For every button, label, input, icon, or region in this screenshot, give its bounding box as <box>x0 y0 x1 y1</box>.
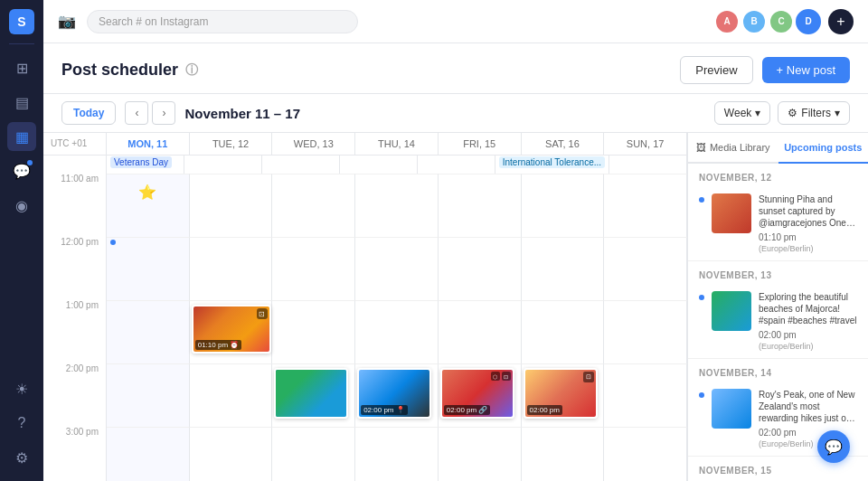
cell-fri-1400[interactable]: 02:00 pm 🔗 ⬡ ⊡ <box>439 363 522 427</box>
upcoming-posts-tab[interactable]: Upcoming posts <box>778 133 869 164</box>
next-week-button[interactable]: › <box>152 101 175 125</box>
search-input[interactable]: Search # on Instagram <box>87 10 358 33</box>
app-logo[interactable]: S <box>9 9 34 34</box>
cell-mon-1200[interactable] <box>107 237 190 300</box>
nav-arrows: ‹ › <box>125 101 175 125</box>
chat-support-button[interactable]: 💬 <box>817 430 850 463</box>
cell-wed-1100[interactable] <box>272 174 355 237</box>
post-dot <box>699 197 704 203</box>
month-header-nov14: NOVEMBER, 14 <box>688 359 868 382</box>
post-desc-2: Exploring the beautiful beaches of Major… <box>759 291 857 326</box>
post-thumbnail-1[interactable] <box>712 193 751 233</box>
cell-mon-1400[interactable] <box>107 363 190 427</box>
post-thumb-person[interactable]: 02:00 pm ⊡ <box>524 368 598 419</box>
more-icon-sat[interactable]: ⊡ <box>583 372 594 382</box>
intl-tolerance-banner[interactable]: International Tolerance... <box>495 156 609 174</box>
avatar-1[interactable]: A <box>714 9 740 34</box>
post-time-fri: 02:00 pm 🔗 <box>444 405 491 415</box>
filters-button[interactable]: ⚙ Filters ▾ <box>778 101 850 125</box>
cell-mon-1100[interactable]: ⭐ <box>107 174 190 237</box>
cell-fri-1100[interactable] <box>439 174 522 237</box>
post-thumb-beach[interactable]: 02:00 pm 📍 <box>274 368 348 419</box>
cell-sat-1400[interactable]: 02:00 pm ⊡ <box>522 363 605 427</box>
share-icon[interactable]: ⬡ <box>491 372 500 381</box>
avatar-2[interactable]: B <box>741 9 767 34</box>
time-1300: 1:00 pm <box>43 300 107 363</box>
post-thumbnail-2[interactable] <box>712 291 751 331</box>
cell-sat-1300[interactable] <box>522 300 605 363</box>
cell-thu-1500[interactable] <box>355 427 439 481</box>
calendar-icon[interactable]: ▦ <box>7 122 36 151</box>
post-thumb-mountain[interactable]: 02:00 pm 📍 <box>357 368 431 419</box>
topbar-right: A B C D + <box>714 9 854 34</box>
prev-week-button[interactable]: ‹ <box>125 101 148 125</box>
cell-sun-1200[interactable] <box>604 237 687 300</box>
media-library-tab[interactable]: 🖼 Media Library <box>688 133 778 162</box>
settings-icon[interactable]: ⚙ <box>7 443 36 472</box>
cell-thu-1200[interactable] <box>355 237 439 300</box>
post-thumb-sunset[interactable]: 01:10 pm ⏰ ⊡ <box>192 305 271 354</box>
post-thumb-sunset2[interactable]: 02:00 pm 🔗 ⬡ ⊡ <box>440 368 514 419</box>
platform-selector[interactable]: 📷 <box>58 13 76 30</box>
cell-fri-1300[interactable] <box>439 300 522 363</box>
cell-mon-1500[interactable] <box>107 427 190 481</box>
star-indicator: ⭐ <box>138 184 156 201</box>
grid-icon[interactable]: ⊞ <box>7 53 36 82</box>
avatar-4[interactable]: D <box>796 9 821 34</box>
day-header-thu: THU, 14 <box>355 133 439 155</box>
cell-sun-1500[interactable] <box>604 427 687 481</box>
new-post-button[interactable]: + New post <box>762 57 850 83</box>
cell-tue-1400[interactable] <box>190 363 273 427</box>
post-time-2: 02:00 pm <box>759 330 857 340</box>
cell-wed-1500[interactable] <box>272 427 355 481</box>
chat-icon[interactable]: 💬 <box>7 156 36 185</box>
week-select[interactable]: Week ▾ <box>714 101 770 125</box>
time-1500: 3:00 pm <box>43 427 107 481</box>
post-time-1: 01:10 pm <box>759 232 857 242</box>
broadcast-icon[interactable]: ◉ <box>7 191 36 220</box>
right-panel: 🖼 Media Library Upcoming posts NOVEMBER,… <box>687 133 868 481</box>
cell-sun-1300[interactable] <box>604 300 687 363</box>
cell-tue-1300[interactable]: 01:10 pm ⏰ ⊡ <box>190 300 273 363</box>
cell-fri-1200[interactable] <box>439 237 522 300</box>
cell-wed-1400[interactable]: 02:00 pm 📍 <box>272 363 355 427</box>
chevron-down-icon: ▾ <box>835 107 840 119</box>
info-icon[interactable]: ⓘ <box>185 62 198 79</box>
cell-thu-1300[interactable] <box>355 300 439 363</box>
post-dot <box>699 295 704 300</box>
cell-thu-1400[interactable]: 02:00 pm 📍 <box>355 363 439 427</box>
avatar-3[interactable]: C <box>769 9 794 34</box>
cell-fri-1500[interactable] <box>439 427 522 481</box>
post-info-2: Exploring the beautiful beaches of Major… <box>759 291 857 351</box>
help-icon[interactable]: ? <box>7 409 36 438</box>
veterans-day-banner[interactable]: Veterans Day <box>107 156 184 174</box>
add-button[interactable]: + <box>828 9 854 34</box>
cell-tue-1500[interactable] <box>190 427 273 481</box>
day-headers: UTC +01 MON, 11 TUE, 12 WED, 13 THU, 14 … <box>43 133 687 156</box>
cell-mon-1300[interactable] <box>107 300 190 363</box>
day-header-mon: MON, 11 <box>107 133 190 155</box>
more-icon[interactable]: ⊡ <box>502 372 511 381</box>
event-banners: Veterans Day International Tolerance... <box>43 156 687 174</box>
cell-tue-1100[interactable] <box>190 174 273 237</box>
cell-sun-1100[interactable] <box>604 174 687 237</box>
post-thumbnail-3[interactable] <box>712 389 751 429</box>
post-options[interactable]: ⊡ <box>257 308 268 319</box>
post-info-1: Stunning Piha and sunset captured by @ia… <box>759 193 857 253</box>
cell-wed-1300[interactable] <box>272 300 355 363</box>
sun-icon[interactable]: ☀ <box>7 374 36 403</box>
page-header: Post scheduler ⓘ Preview + New post <box>43 43 868 94</box>
cell-tue-1200[interactable] <box>190 237 273 300</box>
cell-sat-1100[interactable] <box>522 174 605 237</box>
today-button[interactable]: Today <box>61 101 116 125</box>
cell-thu-1100[interactable] <box>355 174 439 237</box>
preview-button[interactable]: Preview <box>680 56 752 84</box>
inbox-icon[interactable]: ▤ <box>7 88 36 117</box>
post-timezone-2: (Europe/Berlin) <box>759 342 857 351</box>
cell-wed-1200[interactable] <box>272 237 355 300</box>
sidebar: S ⊞ ▤ ▦ 💬 ◉ ☀ ? ⚙ <box>0 0 43 481</box>
instagram-icon: 📷 <box>58 13 76 30</box>
cell-sun-1400[interactable] <box>604 363 687 427</box>
cell-sat-1200[interactable] <box>522 237 605 300</box>
cell-sat-1500[interactable] <box>522 427 605 481</box>
